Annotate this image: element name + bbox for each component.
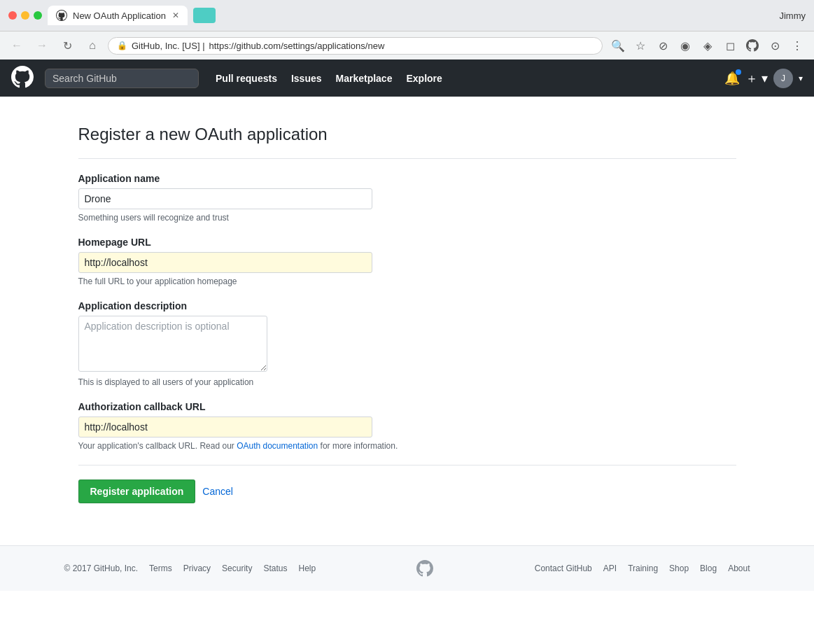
homepage-url-hint: The full URL to your application homepag… bbox=[78, 276, 736, 286]
app-name-group: Application name Something users will re… bbox=[78, 173, 736, 223]
tab-title: New OAuth Application bbox=[73, 10, 166, 21]
menu-icon[interactable]: ⋮ bbox=[787, 36, 807, 55]
extension-icon-5[interactable] bbox=[743, 36, 762, 55]
callback-url-group: Authorization callback URL Your applicat… bbox=[78, 401, 736, 451]
address-prefix: GitHub, Inc. [US] | bbox=[132, 41, 205, 51]
nav-marketplace[interactable]: Marketplace bbox=[336, 73, 393, 84]
bookmark-icon[interactable]: ☆ bbox=[631, 36, 650, 55]
cancel-button[interactable]: Cancel bbox=[202, 486, 233, 497]
reload-button[interactable]: ↻ bbox=[57, 36, 77, 55]
tab-close-button[interactable]: ✕ bbox=[172, 10, 179, 20]
main-nav: Pull requests Issues Marketplace Explore bbox=[216, 73, 442, 84]
footer-status-link[interactable]: Status bbox=[263, 564, 287, 573]
back-button[interactable]: ← bbox=[7, 36, 27, 55]
app-name-input[interactable] bbox=[78, 188, 372, 209]
footer-left: © 2017 GitHub, Inc. Terms Privacy Securi… bbox=[64, 564, 316, 573]
footer-copyright: © 2017 GitHub, Inc. bbox=[64, 564, 139, 573]
extension-icon-2[interactable]: ◉ bbox=[675, 36, 695, 55]
close-dot[interactable] bbox=[8, 11, 17, 20]
extension-icon-3[interactable]: ◈ bbox=[698, 36, 717, 55]
forward-button[interactable]: → bbox=[32, 36, 52, 55]
callback-url-input[interactable] bbox=[78, 416, 372, 438]
notification-badge bbox=[736, 69, 741, 75]
avatar[interactable]: J bbox=[773, 69, 793, 88]
nav-pull-requests[interactable]: Pull requests bbox=[216, 73, 277, 84]
app-name-label: Application name bbox=[78, 173, 736, 184]
extension-icon-1[interactable]: ⊘ bbox=[653, 36, 673, 55]
title-divider bbox=[78, 158, 736, 159]
form-actions: Register application Cancel bbox=[78, 479, 736, 503]
address-bar[interactable]: 🔒 GitHub, Inc. [US] | https://github.com… bbox=[108, 37, 603, 55]
callback-url-label: Authorization callback URL bbox=[78, 401, 736, 412]
nav-issues[interactable]: Issues bbox=[291, 73, 322, 84]
new-tab-button[interactable] bbox=[193, 8, 216, 23]
footer-blog-link[interactable]: Blog bbox=[700, 564, 717, 573]
footer-api-link[interactable]: API bbox=[603, 564, 617, 573]
oauth-docs-link[interactable]: OAuth documentation bbox=[237, 441, 318, 451]
page-title: Register a new OAuth application bbox=[78, 125, 736, 144]
main-content: Register a new OAuth application Applica… bbox=[64, 97, 750, 545]
app-desc-label: Application description bbox=[78, 300, 736, 312]
search-icon[interactable]: 🔍 bbox=[608, 36, 628, 55]
callback-hint-text-after: for more information. bbox=[318, 441, 398, 451]
homepage-url-label: Homepage URL bbox=[78, 237, 736, 248]
footer-contact-link[interactable]: Contact GitHub bbox=[535, 564, 592, 573]
form-divider bbox=[78, 465, 736, 465]
app-desc-group: Application description This is displaye… bbox=[78, 300, 736, 387]
footer-github-logo bbox=[416, 560, 433, 577]
footer-training-link[interactable]: Training bbox=[628, 564, 658, 573]
avatar-dropdown-arrow[interactable]: ▾ bbox=[799, 74, 803, 83]
extension-icon-4[interactable]: ◻ bbox=[720, 36, 740, 55]
minimize-dot[interactable] bbox=[21, 11, 29, 20]
nav-explore[interactable]: Explore bbox=[406, 73, 442, 84]
search-input[interactable] bbox=[45, 69, 199, 88]
footer-privacy-link[interactable]: Privacy bbox=[183, 564, 211, 573]
homepage-url-group: Homepage URL The full URL to your applic… bbox=[78, 237, 736, 286]
footer-shop-link[interactable]: Shop bbox=[669, 564, 689, 573]
homepage-url-input[interactable] bbox=[78, 252, 372, 273]
footer-about-link[interactable]: About bbox=[728, 564, 750, 573]
notifications-icon[interactable]: 🔔 bbox=[724, 71, 740, 86]
github-header: Pull requests Issues Marketplace Explore… bbox=[0, 59, 814, 97]
home-button[interactable]: ⌂ bbox=[83, 36, 102, 55]
app-desc-hint: This is displayed to all users of your a… bbox=[78, 377, 736, 387]
app-name-hint: Something users will recognize and trust bbox=[78, 213, 736, 223]
footer-security-link[interactable]: Security bbox=[222, 564, 252, 573]
app-desc-textarea[interactable] bbox=[78, 316, 267, 372]
footer-terms-link[interactable]: Terms bbox=[149, 564, 172, 573]
create-new-button[interactable]: ＋ ▾ bbox=[745, 70, 768, 87]
callback-hint-text-before: Your application's callback URL. Read ou… bbox=[78, 441, 237, 451]
maximize-dot[interactable] bbox=[34, 11, 42, 20]
register-application-button[interactable]: Register application bbox=[78, 479, 196, 503]
address-url: https://github.com/settings/applications… bbox=[209, 41, 385, 51]
lock-icon: 🔒 bbox=[117, 41, 127, 50]
browser-user: Jimmy bbox=[779, 10, 806, 21]
extension-icon-6[interactable]: ⊙ bbox=[765, 36, 785, 55]
footer-right: Contact GitHub API Training Shop Blog Ab… bbox=[535, 564, 750, 573]
browser-tab[interactable]: New OAuth Application ✕ bbox=[48, 6, 188, 25]
footer-help-link[interactable]: Help bbox=[298, 564, 316, 573]
header-right: 🔔 ＋ ▾ J ▾ bbox=[724, 69, 803, 88]
callback-url-hint: Your application's callback URL. Read ou… bbox=[78, 441, 736, 451]
footer: © 2017 GitHub, Inc. Terms Privacy Securi… bbox=[0, 545, 814, 591]
footer-links: Terms Privacy Security Status Help bbox=[149, 564, 316, 573]
tab-favicon bbox=[56, 10, 67, 21]
github-logo[interactable] bbox=[11, 66, 34, 90]
